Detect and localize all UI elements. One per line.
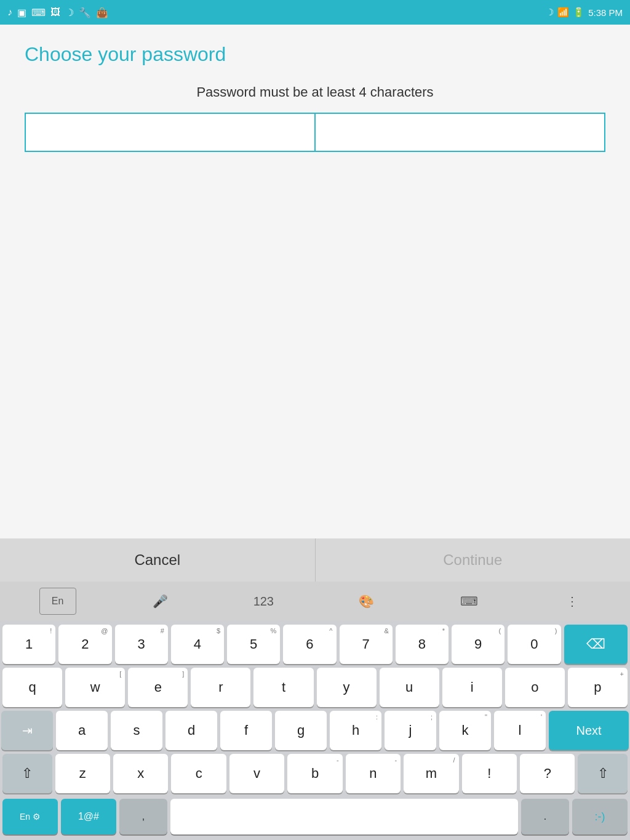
wrench-icon: 🔧 <box>79 7 91 18</box>
symbols-key[interactable]: 1@# <box>61 799 116 834</box>
keyboard-row-zxcv: ⇧ z x c v b- n- m/ ! ? ⇧ <box>2 754 628 793</box>
moon-icon: ☽ <box>65 7 74 18</box>
password-hint: Password must be at least 4 characters <box>25 84 605 100</box>
key-8[interactable]: 8* <box>396 625 449 664</box>
status-bar: ♪ ▣ ⌨ 🖼 ☽ 🔧 👜 ☽ 📶 🔋 5:38 PM <box>0 0 630 25</box>
theme-button[interactable]: 🎨 <box>348 588 385 615</box>
key-m[interactable]: m/ <box>404 754 458 793</box>
wifi-icon: 📶 <box>557 7 569 18</box>
key-b[interactable]: b- <box>287 754 342 793</box>
shift-left-key[interactable]: ⇧ <box>2 754 52 793</box>
wallet-icon: 👜 <box>96 7 108 18</box>
language-button[interactable]: En <box>39 588 76 615</box>
key-x[interactable]: x <box>113 754 168 793</box>
key-question[interactable]: ? <box>520 754 575 793</box>
more-button[interactable]: ⋮ <box>554 588 591 615</box>
shift-right-key[interactable]: ⇧ <box>578 754 628 793</box>
key-exclaim[interactable]: ! <box>462 754 517 793</box>
page-title: Choose your password <box>25 43 605 66</box>
keyboard: 1! 2@ 3# 4$ 5% 6^ 7& 8* 9( 0) ⌫ q w[ e] … <box>0 621 630 797</box>
key-h[interactable]: h: <box>330 711 381 750</box>
keyboard-icon: ⌨ <box>31 7 46 18</box>
key-j[interactable]: j; <box>385 711 436 750</box>
action-bar: Cancel Continue <box>0 538 630 582</box>
key-p[interactable]: p+ <box>568 668 628 707</box>
tab-key[interactable]: ⇥ <box>1 711 53 750</box>
music-icon: ♪ <box>7 7 12 18</box>
next-key[interactable]: Next <box>549 711 629 750</box>
key-9[interactable]: 9( <box>452 625 504 664</box>
keyboard-row-numbers: 1! 2@ 3# 4$ 5% 6^ 7& 8* 9( 0) ⌫ <box>2 625 628 664</box>
key-q[interactable]: q <box>2 668 62 707</box>
key-5[interactable]: 5% <box>227 625 280 664</box>
key-o[interactable]: o <box>505 668 565 707</box>
key-y[interactable]: y <box>317 668 377 707</box>
key-s[interactable]: s <box>111 711 162 750</box>
status-icons-right: ☽ 📶 🔋 5:38 PM <box>546 7 623 18</box>
period-key[interactable]: . <box>521 799 569 834</box>
keyboard-hide-button[interactable]: ⌨ <box>451 588 488 615</box>
password-field-1[interactable] <box>26 114 314 151</box>
continue-button[interactable]: Continue <box>316 538 631 582</box>
key-6[interactable]: 6^ <box>283 625 336 664</box>
key-t[interactable]: t <box>253 668 313 707</box>
battery-icon: 🔋 <box>573 7 584 18</box>
emoji-key[interactable]: :-) <box>572 799 628 834</box>
key-n[interactable]: n- <box>346 754 401 793</box>
key-d[interactable]: d <box>165 711 217 750</box>
key-7[interactable]: 7& <box>340 625 393 664</box>
keyboard-bottom-row: En ⚙ 1@# , . :-) <box>0 797 630 840</box>
cancel-button[interactable]: Cancel <box>0 538 316 582</box>
keyboard-toolbar: En 🎤 123 🎨 ⌨ ⋮ <box>0 582 630 621</box>
keyboard-row-qwerty: q w[ e] r t y u i o p+ <box>2 668 628 707</box>
keyboard-row-asdf: ⇥ a s d f g h: j; k" l' Next <box>2 711 628 750</box>
key-i[interactable]: i <box>442 668 502 707</box>
key-f[interactable]: f <box>220 711 272 750</box>
image-icon: 🖼 <box>50 7 60 18</box>
key-c[interactable]: c <box>171 754 226 793</box>
key-u[interactable]: u <box>380 668 439 707</box>
key-0[interactable]: 0) <box>508 625 560 664</box>
moon-right-icon: ☽ <box>546 7 554 18</box>
key-l[interactable]: l' <box>494 711 546 750</box>
key-1[interactable]: 1! <box>2 625 55 664</box>
lang-settings-key[interactable]: En ⚙ <box>2 799 58 834</box>
key-4[interactable]: 4$ <box>171 625 224 664</box>
microphone-button[interactable]: 🎤 <box>142 588 179 615</box>
space-key[interactable] <box>170 799 518 834</box>
key-k[interactable]: k" <box>439 711 491 750</box>
key-z[interactable]: z <box>55 754 110 793</box>
password-input-row <box>25 113 605 152</box>
key-2[interactable]: 2@ <box>58 625 111 664</box>
password-field-2[interactable] <box>316 114 604 151</box>
key-r[interactable]: r <box>191 668 250 707</box>
key-e[interactable]: e] <box>128 668 188 707</box>
key-3[interactable]: 3# <box>115 625 168 664</box>
key-a[interactable]: a <box>56 711 108 750</box>
status-icons-left: ♪ ▣ ⌨ 🖼 ☽ 🔧 👜 <box>7 7 108 18</box>
status-time: 5:38 PM <box>588 7 623 18</box>
backspace-key[interactable]: ⌫ <box>564 625 628 664</box>
tablet-icon: ▣ <box>17 7 26 18</box>
key-v[interactable]: v <box>229 754 284 793</box>
app-content: Choose your password Password must be at… <box>0 25 630 538</box>
key-g[interactable]: g <box>275 711 327 750</box>
numbers-button[interactable]: 123 <box>245 588 282 615</box>
key-w[interactable]: w[ <box>65 668 125 707</box>
comma-key[interactable]: , <box>119 799 167 834</box>
